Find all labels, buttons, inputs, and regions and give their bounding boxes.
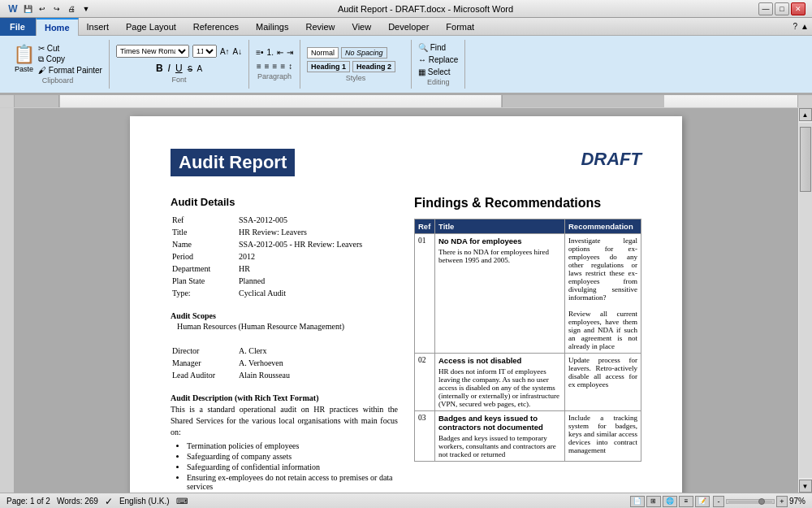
outdent-button[interactable]: ⇤ [277, 48, 283, 57]
finding-body: HR does not inform IT of employees leavi… [438, 367, 561, 408]
description-text: This is a standard operational audit on … [171, 404, 398, 438]
col-header-title: Title [435, 219, 565, 234]
word-logo-icon: W [6, 2, 19, 15]
tab-mailings[interactable]: Mailings [248, 18, 297, 36]
field-label: Period [172, 251, 237, 262]
no-spacing-style[interactable]: No Spacing [341, 47, 387, 59]
zoom-in-button[interactable]: + [776, 496, 788, 507]
heading1-style[interactable]: Heading 1 [307, 61, 350, 72]
title-bar-left: W 💾 ↩ ↪ 🖨 ▼ [6, 2, 93, 15]
field-value: A. Clerx [239, 345, 290, 356]
finding-recommendation: Update process for leavers. Retro-active… [565, 354, 641, 411]
undo-icon[interactable]: ↩ [36, 2, 49, 15]
table-row: Period 2012 [172, 251, 362, 262]
help-icon[interactable]: ? [793, 22, 798, 31]
outline-view-button[interactable]: ≡ [679, 496, 693, 507]
spell-check-icon[interactable]: ✓ [105, 496, 113, 507]
increase-font-icon[interactable]: A↑ [220, 47, 230, 56]
format-painter-icon[interactable]: 🖌 Format Painter [38, 66, 102, 75]
font-color-button[interactable]: A [197, 64, 203, 73]
zoom-out-button[interactable]: - [713, 496, 724, 507]
bold-button[interactable]: B [156, 63, 163, 74]
decrease-font-icon[interactable]: A↓ [233, 47, 243, 56]
title-bar: W 💾 ↩ ↪ 🖨 ▼ Audit Report - DRAFT.docx - … [0, 0, 812, 18]
finding-title-cell: No NDA for employees There is no NDA for… [435, 234, 565, 354]
clipboard-group: 📋 Paste ✂ Cut ⧉ Copy 🖌 Format Painter Cl… [6, 40, 110, 89]
finding-title-text: No NDA for employees [438, 237, 522, 245]
replace-button[interactable]: ↔ Replace [418, 55, 458, 64]
align-center-button[interactable]: ≡ [265, 62, 270, 71]
find-button[interactable]: 🔍 Find [418, 43, 458, 52]
tab-review[interactable]: Review [297, 18, 343, 36]
select-button[interactable]: ▦ Select [418, 67, 458, 76]
tab-view[interactable]: View [344, 18, 381, 36]
tab-home[interactable]: Home [36, 18, 79, 36]
print-layout-view-button[interactable]: 📄 [630, 496, 645, 507]
indent-button[interactable]: ⇥ [287, 48, 293, 57]
tab-format[interactable]: Format [438, 18, 483, 36]
view-mode-buttons: 📄 ⊞ 🌐 ≡ 📝 [630, 496, 710, 507]
zoom-slider-thumb[interactable] [758, 498, 765, 505]
table-row: Title HR Review: Leavers [172, 227, 362, 237]
finding-row-3: 03 Badges and keys issued to contractors… [415, 411, 641, 462]
align-left-button[interactable]: ≡ [257, 62, 261, 71]
line-spacing-button[interactable]: ↕ [288, 62, 292, 71]
status-bar-left: Page: 1 of 2 Words: 269 ✓ English (U.K.)… [6, 496, 188, 507]
table-row: Name SSA-2012-005 - HR Review: Leavers [172, 239, 362, 250]
italic-button[interactable]: I [168, 63, 171, 74]
tab-developer[interactable]: Developer [380, 18, 438, 36]
draft-view-button[interactable]: 📝 [695, 496, 710, 507]
customize-icon[interactable]: ▼ [80, 2, 93, 15]
ribbon: File Home Insert Page Layout References … [0, 18, 812, 95]
scroll-down-button[interactable]: ▼ [799, 480, 812, 493]
copy-icon[interactable]: ⧉ Copy [38, 54, 102, 64]
tab-insert[interactable]: Insert [79, 18, 119, 36]
paste-icon[interactable]: 📋 [13, 44, 35, 65]
numbering-button[interactable]: 1. [267, 48, 274, 57]
left-column: Audit Details Ref SSA-2012-005 Title HR … [171, 193, 398, 493]
scroll-up-button[interactable]: ▲ [799, 108, 812, 121]
save-icon[interactable]: 💾 [21, 2, 34, 15]
font-name-select[interactable]: Times New Roman [116, 45, 189, 58]
maximize-button[interactable]: □ [775, 2, 789, 15]
underline-button[interactable]: U [175, 63, 183, 74]
zoom-slider[interactable] [726, 499, 775, 504]
print-icon[interactable]: 🖨 [65, 2, 78, 15]
finding-row-2: 02 Access is not disabled HR does not in… [415, 354, 641, 411]
align-right-button[interactable]: ≡ [273, 62, 278, 71]
document-area: Audit Report DRAFT Audit Details Ref SSA… [15, 108, 797, 493]
field-value: Cyclical Audit [239, 288, 362, 298]
right-column: Findings & Recommendations Ref Title Rec… [414, 193, 641, 493]
full-screen-view-button[interactable]: ⊞ [646, 496, 661, 507]
normal-style[interactable]: Normal [307, 47, 339, 59]
table-row: Department HR [172, 263, 362, 274]
scroll-track[interactable] [799, 123, 812, 478]
tab-file[interactable]: File [0, 18, 36, 36]
tab-page-layout[interactable]: Page Layout [118, 18, 185, 36]
close-button[interactable]: ✕ [791, 2, 806, 15]
bullets-button[interactable]: ≡• [256, 48, 263, 57]
language-indicator[interactable]: English (U.K.) [119, 497, 170, 506]
strikethrough-button[interactable]: S̶ [188, 64, 192, 73]
paste-label: Paste [15, 65, 33, 73]
table-row: Type: Cyclical Audit [172, 288, 362, 298]
scroll-thumb[interactable] [800, 127, 811, 192]
tab-references[interactable]: References [185, 18, 248, 36]
field-value: HR Review: Leavers [239, 227, 362, 237]
minimize-ribbon-icon[interactable]: ▲ [801, 22, 809, 31]
table-row: Manager A. Verhoeven [172, 358, 290, 368]
svg-rect-1 [502, 95, 664, 107]
finding-row-1: 01 No NDA for employees There is no NDA … [415, 234, 641, 354]
zoom-slider-track [728, 501, 772, 504]
finding-ref: 03 [415, 411, 435, 462]
ruler-right-margin [797, 95, 812, 107]
justify-button[interactable]: ≡ [280, 62, 285, 71]
heading2-style[interactable]: Heading 2 [352, 61, 395, 72]
web-layout-view-button[interactable]: 🌐 [663, 496, 677, 507]
finding-title-cell: Access is not disabled HR does not infor… [435, 354, 565, 411]
zoom-level[interactable]: 97% [789, 497, 806, 506]
minimize-button[interactable]: — [758, 2, 773, 15]
cut-icon[interactable]: ✂ Cut [38, 44, 102, 53]
font-size-select[interactable]: 11 [192, 45, 217, 58]
redo-icon[interactable]: ↪ [50, 2, 63, 15]
